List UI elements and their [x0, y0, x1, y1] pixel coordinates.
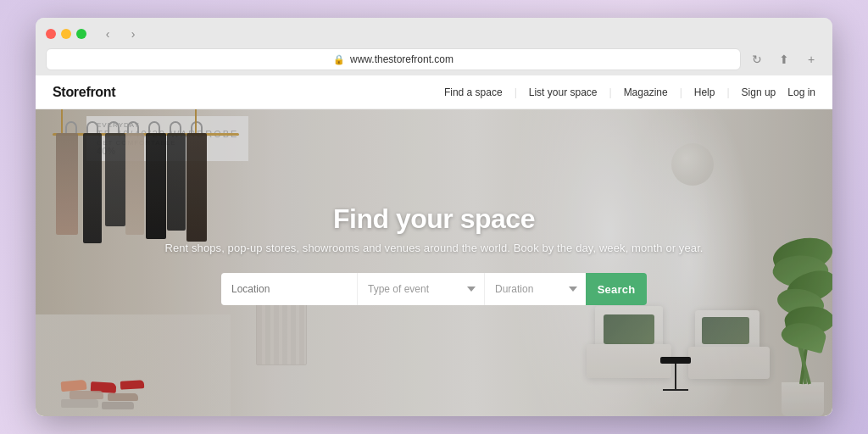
maximize-button[interactable]	[76, 29, 86, 39]
list-space-link[interactable]: List your space	[529, 86, 598, 98]
address-bar[interactable]: 🔒 www.thestorefront.com	[46, 48, 741, 70]
share-button[interactable]: ⬆	[773, 50, 795, 69]
traffic-lights	[46, 29, 86, 39]
address-bar-row: 🔒 www.thestorefront.com ↻ ⬆ +	[46, 48, 822, 70]
duration-select[interactable]: Duration	[484, 273, 586, 305]
find-space-link[interactable]: Find a space	[444, 86, 503, 98]
login-link[interactable]: Log in	[787, 86, 815, 98]
nav-divider-4: |	[726, 86, 729, 98]
nav-buttons: ‹ ›	[97, 25, 144, 43]
hero-title: Find your space	[333, 203, 535, 235]
site-logo[interactable]: Storefront	[53, 85, 115, 100]
refresh-button[interactable]: ↻	[746, 50, 768, 69]
browser-chrome: ‹ › 🔒 www.thestorefront.com ↻ ⬆ +	[36, 18, 832, 75]
search-bar: Type of event Duration Search	[221, 273, 647, 305]
back-button[interactable]: ‹	[97, 25, 119, 43]
hero-content: Find your space Rent shops, pop-up store…	[36, 109, 832, 416]
url-text: www.thestorefront.com	[350, 53, 453, 65]
nav-divider-2: |	[609, 86, 612, 98]
new-tab-button[interactable]: +	[800, 50, 822, 69]
browser-window: ‹ › 🔒 www.thestorefront.com ↻ ⬆ + Storef…	[36, 18, 832, 416]
minimize-button[interactable]	[61, 29, 71, 39]
event-type-select[interactable]: Type of event	[357, 273, 484, 305]
lock-icon: 🔒	[333, 54, 345, 65]
website: Storefront Find a space | List your spac…	[36, 75, 832, 416]
magazine-link[interactable]: Magazine	[624, 86, 668, 98]
hero-section: Everyday TE 40/40/20 WARDROBE Get comfor…	[36, 109, 832, 416]
site-nav: Find a space | List your space | Magazin…	[444, 86, 815, 98]
nav-divider-1: |	[515, 86, 517, 98]
close-button[interactable]	[46, 29, 56, 39]
forward-button[interactable]: ›	[122, 25, 144, 43]
location-input[interactable]	[221, 273, 357, 305]
hero-subtitle: Rent shops, pop-up stores, showrooms and…	[164, 242, 703, 254]
signup-link[interactable]: Sign up	[742, 86, 776, 98]
help-link[interactable]: Help	[694, 86, 715, 98]
search-button[interactable]: Search	[586, 273, 647, 305]
site-header: Storefront Find a space | List your spac…	[36, 75, 832, 109]
nav-divider-3: |	[680, 86, 682, 98]
